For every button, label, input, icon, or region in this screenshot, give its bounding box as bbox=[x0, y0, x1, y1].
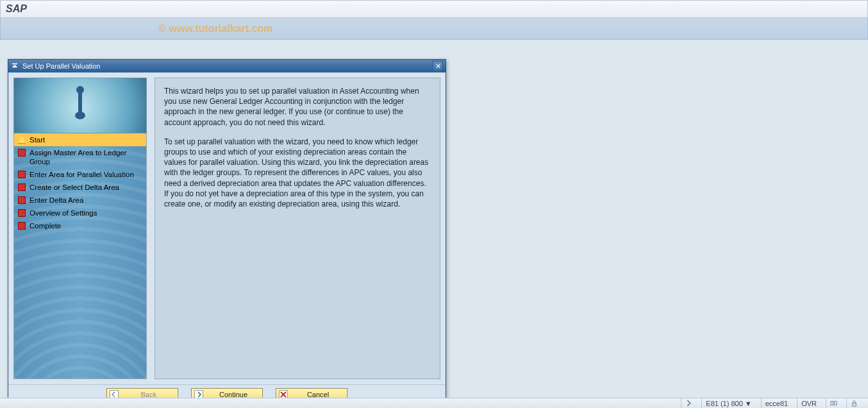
red-square-icon bbox=[18, 149, 26, 157]
step-label: Start bbox=[29, 135, 142, 144]
red-square-icon bbox=[18, 196, 26, 204]
wizard-paragraph-2: To set up parallel valuation with the wi… bbox=[164, 137, 431, 209]
svg-rect-1 bbox=[834, 402, 837, 405]
dialog-close-button[interactable]: ✕ bbox=[433, 61, 443, 71]
status-system-text: E81 (1) 800 bbox=[706, 400, 742, 407]
status-system[interactable]: E81 (1) 800 ▼ bbox=[701, 398, 755, 408]
water-stem-icon bbox=[78, 89, 82, 113]
dialog-titlebar[interactable]: Set Up Parallel Valuation ✕ bbox=[8, 60, 446, 72]
red-square-icon bbox=[18, 209, 26, 217]
dialog-body: Start Assign Master Area to Ledger Group… bbox=[8, 72, 446, 384]
water-splash-icon bbox=[75, 112, 85, 119]
red-square-icon bbox=[18, 222, 26, 230]
status-mode: OVR bbox=[797, 398, 821, 408]
wizard-left-column: Start Assign Master Area to Ledger Group… bbox=[13, 78, 147, 379]
step-label: Complete bbox=[29, 221, 142, 230]
step-label: Enter Delta Area bbox=[29, 196, 142, 205]
wizard-step-overview[interactable]: Overview of Settings bbox=[14, 207, 146, 219]
wizard-step-complete[interactable]: Complete bbox=[14, 219, 146, 232]
close-icon: ✕ bbox=[435, 62, 441, 71]
wizard-step-enter-area[interactable]: Enter Area for Parallel Valuation bbox=[14, 168, 146, 181]
wizard-step-enter-delta[interactable]: Enter Delta Area bbox=[14, 194, 146, 207]
wizard-paragraph-1: This wizard helps you to set up parallel… bbox=[164, 86, 431, 128]
watermark-text: © www.tutorialkart.com bbox=[158, 23, 272, 35]
dropdown-icon: ▼ bbox=[745, 400, 752, 407]
status-server-text: ecce81 bbox=[765, 400, 788, 407]
svg-rect-2 bbox=[853, 404, 856, 407]
red-square-icon bbox=[18, 183, 26, 191]
wizard-illustration bbox=[13, 78, 147, 133]
status-mode-text: OVR bbox=[801, 400, 817, 407]
workspace: Set Up Parallel Valuation ✕ Start bbox=[0, 40, 868, 398]
status-bar: E81 (1) 800 ▼ ecce81 OVR bbox=[0, 398, 868, 408]
step-label: Overview of Settings bbox=[29, 208, 142, 217]
wizard-step-delta-area[interactable]: Create or Select Delta Area bbox=[14, 181, 146, 194]
status-lock-icon[interactable] bbox=[846, 398, 862, 408]
red-square-icon bbox=[18, 171, 26, 178]
wizard-dialog: Set Up Parallel Valuation ✕ Start bbox=[8, 59, 446, 404]
step-label: Enter Area for Parallel Valuation bbox=[29, 170, 142, 179]
toolbar-band: © www.tutorialkart.com bbox=[0, 18, 868, 40]
dialog-title: Set Up Parallel Valuation bbox=[22, 62, 100, 70]
status-layout-icon[interactable] bbox=[826, 398, 841, 408]
step-label: Create or Select Delta Area bbox=[29, 183, 142, 192]
continue-button-label: Continue bbox=[207, 391, 260, 398]
warning-icon bbox=[18, 136, 26, 144]
wizard-content-pane: This wizard helps you to set up parallel… bbox=[154, 78, 440, 379]
back-button-label: Back bbox=[122, 391, 175, 398]
svg-rect-0 bbox=[831, 402, 833, 405]
status-server: ecce81 bbox=[761, 398, 792, 408]
app-title: SAP bbox=[6, 3, 27, 15]
wizard-step-assign-master[interactable]: Assign Master Area to Ledger Group bbox=[14, 146, 146, 168]
wizard-step-start[interactable]: Start bbox=[14, 133, 146, 146]
status-nav-icon[interactable] bbox=[681, 398, 696, 408]
step-label: Assign Master Area to Ledger Group bbox=[29, 148, 142, 166]
wizard-step-list: Start Assign Master Area to Ledger Group… bbox=[13, 133, 147, 379]
app-header: SAP bbox=[0, 0, 868, 18]
dialog-titlebar-icon bbox=[11, 62, 19, 71]
cancel-button-label: Cancel bbox=[292, 391, 344, 398]
